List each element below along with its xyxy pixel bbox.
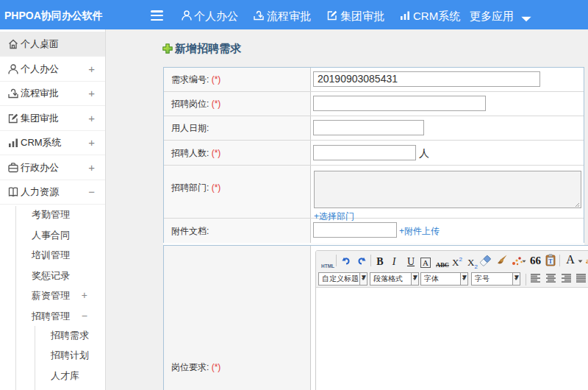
svg-text:T: T bbox=[548, 258, 553, 265]
